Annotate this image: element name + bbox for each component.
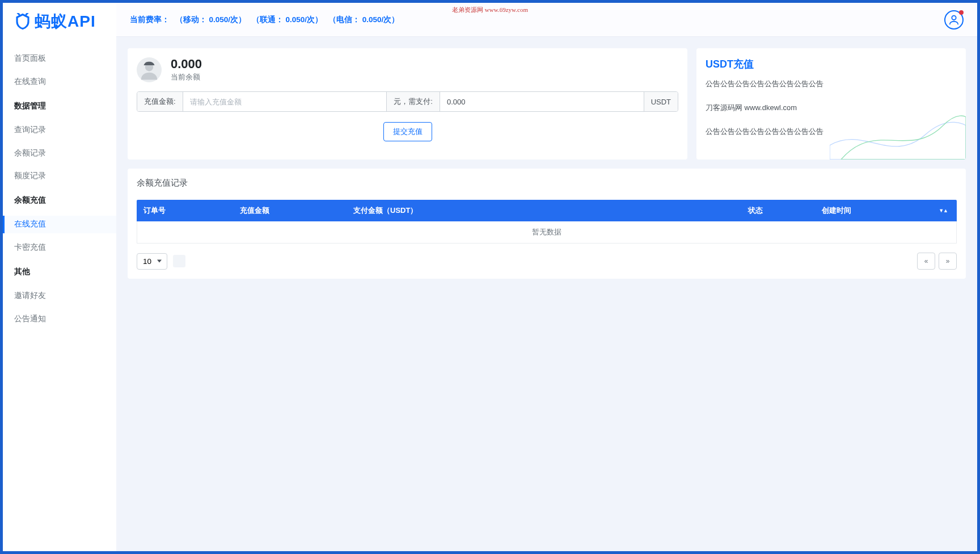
col-amount[interactable]: 充值金额 bbox=[233, 200, 347, 221]
nav-header-recharge: 余额充值 bbox=[3, 191, 116, 210]
prev-page-button[interactable]: « bbox=[917, 253, 935, 270]
rate-label: 当前费率： bbox=[130, 15, 170, 24]
rate-unicom: （联通： 0.050/次） bbox=[252, 15, 323, 24]
usdt-notice-panel: USDT充值 公告公告公告公告公告公告公告公告 刀客源码网 www.dkewl.… bbox=[696, 48, 966, 160]
pagination-row: 10 « » bbox=[137, 253, 957, 270]
nav-online-recharge[interactable]: 在线充值 bbox=[3, 216, 116, 233]
balance-avatar bbox=[137, 57, 162, 82]
logo-icon bbox=[14, 13, 31, 30]
nav-quota-records[interactable]: 额度记录 bbox=[3, 167, 116, 185]
topbar: 当前费率： （移动： 0.050/次） （联通： 0.050/次） （电信： 0… bbox=[116, 3, 977, 37]
nav-header-other: 其他 bbox=[3, 262, 116, 282]
table-header: 订单号 充值金额 支付金额（USDT） 状态 创建时间 ▼▲ bbox=[137, 200, 957, 221]
nav-query-records[interactable]: 查询记录 bbox=[3, 121, 116, 139]
col-time-label: 创建时间 bbox=[822, 205, 851, 216]
rate-telecom: （电信： 0.050/次） bbox=[328, 15, 399, 24]
records-panel: 余额充值记录 订单号 充值金额 支付金额（USDT） 状态 创建时间 ▼▲ 暂无… bbox=[128, 169, 966, 279]
rate-bar: 当前费率： （移动： 0.050/次） （联通： 0.050/次） （电信： 0… bbox=[130, 15, 403, 25]
main-content: 当前费率： （移动： 0.050/次） （联通： 0.050/次） （电信： 0… bbox=[116, 3, 977, 551]
svg-point-0 bbox=[952, 15, 956, 19]
records-title: 余额充值记录 bbox=[137, 178, 957, 188]
page-size-select[interactable]: 10 bbox=[137, 253, 167, 270]
person-icon bbox=[138, 59, 160, 81]
nav-invite[interactable]: 邀请好友 bbox=[3, 287, 116, 305]
app-logo[interactable]: 蚂蚁API bbox=[3, 3, 116, 40]
unit-label: 元，需支付: bbox=[386, 92, 440, 111]
sidebar: 蚂蚁API 首页面板 在线查询 数据管理 查询记录 余额记录 额度记录 余额充值… bbox=[3, 3, 116, 551]
col-time[interactable]: 创建时间 ▼▲ bbox=[815, 200, 957, 221]
amount-label: 充值金额: bbox=[137, 92, 183, 111]
nav-balance-records[interactable]: 余额记录 bbox=[3, 145, 116, 162]
next-page-button[interactable]: » bbox=[939, 253, 957, 270]
recharge-panel: 0.000 当前余额 充值金额: 元，需支付: USDT 提交充值 bbox=[128, 48, 687, 160]
nav-card-recharge[interactable]: 卡密充值 bbox=[3, 239, 116, 257]
balance-value: 0.000 bbox=[171, 57, 202, 71]
nav-online-query[interactable]: 在线查询 bbox=[3, 73, 116, 91]
user-icon bbox=[948, 14, 960, 26]
col-order[interactable]: 订单号 bbox=[137, 200, 233, 221]
amount-input[interactable] bbox=[183, 92, 387, 111]
usdt-title: USDT充值 bbox=[706, 57, 957, 71]
sort-indicator-icon: ▼▲ bbox=[939, 208, 948, 213]
sidebar-nav: 首页面板 在线查询 数据管理 查询记录 余额记录 额度记录 余额充值 在线充值 … bbox=[3, 40, 116, 328]
notice-line-3: 公告公告公告公告公告公告公告公告 bbox=[706, 127, 957, 137]
wave-decoration bbox=[830, 91, 966, 160]
nav-dashboard[interactable]: 首页面板 bbox=[3, 50, 116, 68]
watermark-text: 老弟资源网 www.69zyw.com bbox=[452, 6, 528, 14]
nav-header-data: 数据管理 bbox=[3, 96, 116, 116]
currency-label: USDT bbox=[644, 92, 678, 111]
recharge-input-group: 充值金额: 元，需支付: USDT bbox=[137, 91, 678, 112]
nav-notice[interactable]: 公告通知 bbox=[3, 310, 116, 328]
page-info bbox=[173, 255, 185, 267]
notice-line-1: 公告公告公告公告公告公告公告公告 bbox=[706, 79, 957, 89]
col-pay[interactable]: 支付金额（USDT） bbox=[347, 200, 741, 221]
balance-label: 当前余额 bbox=[171, 72, 202, 82]
pay-amount-display bbox=[440, 92, 644, 111]
rate-mobile: （移动： 0.050/次） bbox=[175, 15, 246, 24]
col-status[interactable]: 状态 bbox=[741, 200, 815, 221]
user-avatar-button[interactable] bbox=[944, 10, 964, 30]
notice-line-2: 刀客源码网 www.dkewl.com bbox=[706, 103, 957, 113]
logo-text: 蚂蚁API bbox=[35, 11, 96, 32]
submit-recharge-button[interactable]: 提交充值 bbox=[383, 122, 432, 141]
table-empty: 暂无数据 bbox=[137, 221, 957, 244]
